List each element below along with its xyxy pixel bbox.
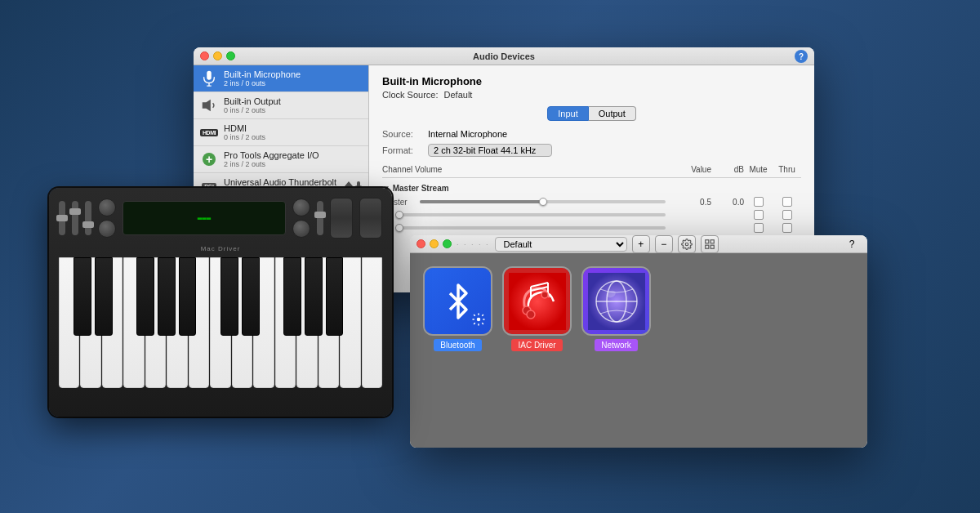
microphone-icon (200, 69, 218, 87)
white-key-15[interactable] (362, 257, 382, 388)
ch1-slider[interactable] (399, 213, 666, 216)
ch1-mute-checkbox[interactable] (754, 210, 764, 220)
black-key-4[interactable] (158, 257, 176, 336)
channel-volume-header: Channel Volume Value dB Mute Thru (382, 162, 801, 178)
remove-device-button[interactable]: − (655, 235, 673, 253)
speaker-icon (200, 96, 218, 114)
hdmi-info: HDMI 0 ins / 2 outs (224, 123, 362, 141)
device-item-hdmi[interactable]: HDMI HDMI 0 ins / 2 outs (194, 119, 368, 146)
device-item-microphone[interactable]: Built-in Microphone 2 ins / 0 outs (194, 65, 368, 92)
bluetooth-bg (425, 268, 491, 334)
output-io: 0 ins / 2 outs (224, 106, 362, 114)
knob-2[interactable] (98, 220, 116, 238)
mac-driver-label: Mac Driver (201, 245, 241, 252)
iac-bg (504, 268, 570, 334)
output-name: Built-in Output (224, 96, 362, 106)
midi-help-button[interactable]: ? (843, 235, 861, 253)
master-mute-checkbox[interactable] (754, 197, 764, 207)
svg-point-6 (685, 243, 688, 246)
gear-overlay (471, 312, 486, 329)
network-label: Network (595, 339, 638, 351)
hdmi-name: HDMI (224, 123, 362, 133)
help-button[interactable]: ? (795, 50, 808, 63)
piano-body: ▬▬▬ Mac Driver (49, 188, 392, 417)
iac-device-card[interactable]: IAC Driver (502, 266, 572, 351)
black-key-3[interactable] (136, 257, 154, 336)
ch1-thru-checkbox[interactable] (782, 210, 792, 220)
format-select[interactable]: 2 ch 32-bit Float 44.1 kHz (428, 144, 552, 157)
black-key-9[interactable] (305, 257, 323, 336)
add-device-button[interactable]: + (632, 235, 650, 253)
fader-3[interactable] (85, 201, 91, 235)
svg-marker-3 (203, 100, 211, 112)
midi-settings-button[interactable] (678, 235, 696, 253)
piano-controls: ▬▬▬ (59, 198, 382, 239)
midi-maximize-button[interactable] (443, 239, 452, 248)
ch2-thru-checkbox[interactable] (782, 223, 792, 233)
mute-col-header: Mute (744, 165, 773, 174)
svg-point-11 (477, 318, 481, 322)
black-key-8[interactable] (283, 257, 301, 336)
knob-3[interactable] (292, 199, 310, 216)
pitch-wheel[interactable] (330, 198, 353, 239)
aggregate-name: Pro Tools Aggregate I/O (224, 150, 362, 160)
audio-devices-titlebar: Audio Devices ? (194, 47, 814, 65)
hdmi-io: 0 ins / 2 outs (224, 133, 362, 141)
microphone-info: Built-in Microphone 2 ins / 0 outs (224, 69, 362, 87)
add-device-icon: + (203, 153, 216, 166)
black-key-5[interactable] (179, 257, 197, 336)
midi-list-view-button[interactable] (701, 235, 719, 253)
midi-minimize-button[interactable] (430, 239, 439, 248)
window-title: Audio Devices (473, 51, 535, 61)
network-device-card[interactable]: Network (581, 266, 651, 351)
master-thru-checkbox[interactable] (782, 197, 792, 207)
aggregate-icon: + (200, 150, 218, 168)
svg-rect-5 (357, 181, 360, 188)
black-key-2[interactable] (95, 257, 113, 336)
close-button[interactable] (200, 51, 209, 60)
device-item-output[interactable]: Built-in Output 0 ins / 2 outs (194, 92, 368, 119)
black-key-6[interactable] (220, 257, 238, 336)
ch2-mute-checkbox[interactable] (754, 223, 764, 233)
svg-rect-7 (706, 239, 709, 243)
master-value: 0.5 (670, 198, 711, 207)
mac-driver-label-area: Mac Driver (59, 245, 382, 252)
midi-content: Bluetooth (410, 253, 867, 448)
minimize-button[interactable] (213, 51, 222, 60)
clock-label: Clock Source: (382, 90, 438, 100)
master-db: 0.0 (711, 198, 744, 207)
black-key-1[interactable] (74, 257, 91, 336)
knob-1[interactable] (98, 199, 116, 216)
format-row: Format: 2 ch 32-bit Float 44.1 kHz (382, 144, 801, 157)
fader-4[interactable] (317, 201, 323, 235)
fader-2[interactable] (72, 201, 78, 235)
black-key-10[interactable] (326, 257, 344, 336)
output-tab[interactable]: Output (589, 106, 636, 121)
input-output-toggle: Input Output (382, 106, 801, 129)
midi-device-dropdown[interactable]: Default (495, 237, 627, 252)
iac-icon-wrap (502, 266, 572, 336)
bluetooth-device-card[interactable]: Bluetooth (423, 266, 492, 351)
device-item-aggregate[interactable]: + Pro Tools Aggregate I/O 2 ins / 2 outs (194, 146, 368, 173)
midi-traffic-lights (416, 239, 452, 248)
black-key-7[interactable] (242, 257, 260, 336)
hdmi-icon: HDMI (200, 123, 218, 141)
knob-4[interactable] (292, 220, 310, 238)
fader-1[interactable] (59, 201, 65, 235)
network-symbol (588, 273, 645, 330)
black-keys (59, 257, 382, 336)
source-label: Source: (382, 129, 423, 139)
channel-volume-label: Channel Volume (382, 165, 670, 174)
midi-close-button[interactable] (416, 239, 425, 248)
mod-wheel[interactable] (359, 198, 382, 239)
maximize-button[interactable] (226, 51, 235, 60)
detail-device-name: Built-in Microphone (382, 75, 801, 87)
microphone-io: 2 ins / 0 outs (224, 79, 362, 87)
ch2-slider[interactable] (399, 226, 666, 230)
svg-rect-12 (509, 273, 566, 330)
network-bg (583, 268, 649, 334)
input-tab[interactable]: Input (547, 106, 588, 121)
master-slider[interactable] (420, 200, 666, 203)
piano-keyboard: ▬▬▬ Mac Driver (49, 188, 392, 417)
piano-keys-container (59, 257, 382, 388)
